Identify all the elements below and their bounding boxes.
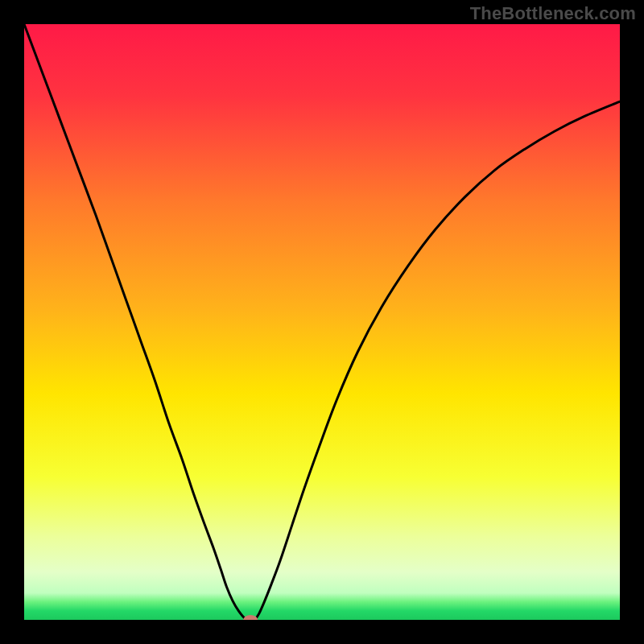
- chart-container: TheBottleneck.com: [0, 0, 644, 644]
- gradient-background: [24, 24, 620, 620]
- watermark-text: TheBottleneck.com: [470, 3, 636, 24]
- plot-area: [24, 24, 620, 620]
- chart-svg: [24, 24, 620, 620]
